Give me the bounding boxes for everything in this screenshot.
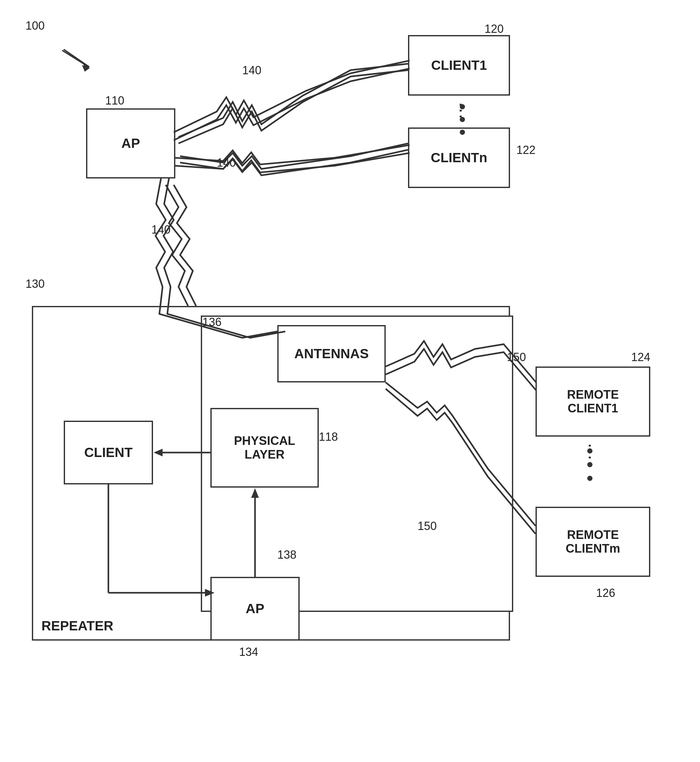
label-118: 118 — [319, 430, 338, 443]
physical-layer-box: PHYSICAL LAYER — [210, 408, 319, 487]
label-122: 122 — [516, 144, 536, 157]
client1-box: CLIENT1 — [408, 35, 510, 95]
label-120: 120 — [484, 22, 504, 36]
label-100: 100 — [25, 19, 45, 33]
label-140-top: 140 — [242, 64, 261, 77]
label-138: 138 — [277, 548, 297, 562]
label-150-bot: 150 — [417, 520, 437, 533]
dots-remote-clients: ··· — [580, 443, 602, 461]
label-110: 110 — [105, 94, 124, 108]
label-124: 124 — [631, 351, 650, 364]
label-130: 130 — [25, 277, 45, 290]
label-132: 136 — [202, 315, 222, 329]
diagram: 100 AP 110 CLIENT1 120 ··· CLIENTn 122 1… — [0, 0, 700, 762]
dots-clients: ··· — [451, 102, 473, 120]
label-repeater: REPEATER — [41, 618, 114, 634]
clientn-box: CLIENTn — [408, 128, 510, 188]
client-inner-box: CLIENT — [64, 421, 153, 484]
label-134: 134 — [239, 645, 258, 659]
ap-main-box: AP — [86, 108, 175, 178]
label-140-bot: 140 — [152, 223, 170, 236]
remote-clientm-box: REMOTE CLIENTm — [536, 507, 650, 577]
label-140-mid: 140 — [217, 156, 236, 170]
svg-line-0 — [64, 49, 89, 67]
label-150-top: 150 — [507, 351, 526, 364]
remote-client1-box: REMOTE CLIENT1 — [536, 367, 650, 437]
ap-inner-box: AP — [210, 577, 300, 640]
label-126: 126 — [596, 586, 615, 600]
antennas-box: ANTENNAS — [277, 325, 386, 383]
